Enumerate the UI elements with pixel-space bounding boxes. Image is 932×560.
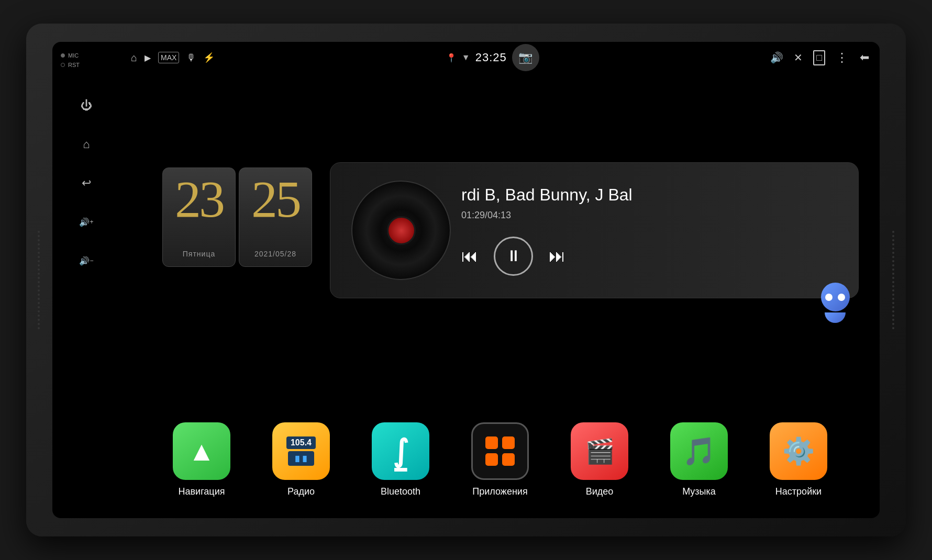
volume-down-button[interactable]: 🔊− xyxy=(75,249,98,272)
status-right-icons: 🔊 ✕ □ ⋮ ⬅ xyxy=(770,50,869,65)
left-panel: MIC RST ⏻ ⌂ ↩ 🔊+ 🔊− xyxy=(52,42,120,518)
bluetooth-icon: ⨜ xyxy=(372,422,429,480)
music-time: 01:29/04:13 xyxy=(461,210,837,221)
volume-icon[interactable]: 🔊 xyxy=(770,51,783,64)
navigation-label: Навигация xyxy=(179,486,225,497)
app-music[interactable]: 🎵 Музыка xyxy=(670,422,728,497)
clock-minute: 25 xyxy=(251,173,299,226)
home-hw-button[interactable]: ⌂ xyxy=(75,133,98,156)
music-info: rdi B, Bad Bunny, J Bal 01:29/04:13 ⏮ ⏸ … xyxy=(461,185,837,276)
clock-hour-block: 23 Пятница xyxy=(162,167,236,267)
app-applications[interactable]: Приложения xyxy=(471,422,529,497)
left-buttons: ⏻ ⌂ ↩ 🔊+ 🔊− xyxy=(75,94,98,272)
vinyl-record xyxy=(351,181,451,280)
window-icon[interactable]: □ xyxy=(813,50,825,65)
home-statusbar-icon: ⌂ xyxy=(131,52,137,64)
status-center: 📍 ▼ 23:25 📷 xyxy=(215,44,770,71)
usb-icon: ⚡ xyxy=(203,52,215,63)
max-icon: MAX xyxy=(158,52,179,63)
app-navigation[interactable]: ▲ Навигация xyxy=(173,422,230,497)
ai-head xyxy=(821,283,850,311)
ai-body xyxy=(825,312,846,323)
status-left-icons: ⌂ ▶ MAX 🎙 ⚡ xyxy=(131,52,215,64)
app-radio[interactable]: 105.4 ▐▌▐▌ Радио xyxy=(272,422,330,497)
navigation-icon: ▲ xyxy=(173,422,230,480)
prev-button[interactable]: ⏮ xyxy=(461,247,478,266)
video-label: Видео xyxy=(586,486,614,497)
music-label: Музыка xyxy=(682,486,716,497)
music-icon: 🎵 xyxy=(670,422,728,480)
clock-date: 2021/05/28 xyxy=(254,250,296,258)
screen: MIC RST ⏻ ⌂ ↩ 🔊+ 🔊− ⌂ ▶ MAX xyxy=(52,42,880,518)
settings-label: Настройки xyxy=(775,486,822,497)
apps-grid-display xyxy=(480,431,520,471)
video-icon: 🎬 xyxy=(571,422,628,480)
clock-day: Пятница xyxy=(183,250,215,258)
speaker-left xyxy=(36,201,42,359)
mic-label: MIC xyxy=(68,52,79,59)
mic-rst-labels: MIC RST xyxy=(52,52,80,68)
music-controls: ⏮ ⏸ ⏭ xyxy=(461,237,837,276)
app-video[interactable]: 🎬 Видео xyxy=(571,422,628,497)
ai-assistant[interactable] xyxy=(817,283,853,319)
radio-label: Радио xyxy=(287,486,315,497)
more-icon[interactable]: ⋮ xyxy=(836,50,849,65)
play-icon: ▶ xyxy=(145,53,151,63)
location-icon: 📍 xyxy=(446,53,457,63)
app-bluetooth[interactable]: ⨜ Bluetooth xyxy=(372,422,429,497)
ai-eye-right xyxy=(838,294,845,301)
app-grid: ▲ Навигация 105.4 ▐▌▐▌ Радио xyxy=(152,422,848,497)
status-bar: ⌂ ▶ MAX 🎙 ⚡ 📍 ▼ 23:25 📷 🔊 ✕ □ ⋮ ⬅ xyxy=(120,42,880,73)
rst-label: RST xyxy=(68,62,80,68)
main-content: 23 Пятница 25 2021/05/28 rdi B, Bad Bunn… xyxy=(120,73,880,518)
clock-widget: 23 Пятница 25 2021/05/28 xyxy=(162,167,312,267)
device-body: MIC RST ⏻ ⌂ ↩ 🔊+ 🔊− ⌂ ▶ MAX xyxy=(26,24,906,536)
power-button[interactable]: ⏻ xyxy=(75,94,98,117)
apps-icon xyxy=(471,422,529,480)
mic-icon: 🎙 xyxy=(186,52,196,63)
clock-minute-block: 25 2021/05/28 xyxy=(239,167,312,267)
camera-button[interactable]: 📷 xyxy=(512,44,539,71)
volume-up-button[interactable]: 🔊+ xyxy=(75,210,98,233)
vinyl-center xyxy=(387,216,416,245)
wifi-icon: ▼ xyxy=(462,53,470,62)
pause-button[interactable]: ⏸ xyxy=(494,237,533,276)
bluetooth-label: Bluetooth xyxy=(381,486,420,497)
status-time: 23:25 xyxy=(475,51,507,64)
music-title: rdi B, Bad Bunny, J Bal xyxy=(461,185,837,205)
next-button[interactable]: ⏭ xyxy=(549,247,565,266)
ai-eye-left xyxy=(825,294,833,301)
back-hw-button[interactable]: ↩ xyxy=(75,172,98,195)
speaker-right xyxy=(890,201,896,359)
radio-icon: 105.4 ▐▌▐▌ xyxy=(272,422,330,480)
ai-eyes xyxy=(825,294,845,301)
screen-off-icon[interactable]: ✕ xyxy=(794,51,803,64)
back-icon[interactable]: ⬅ xyxy=(860,51,869,64)
app-settings[interactable]: ⚙️ Настройки xyxy=(770,422,827,497)
applications-label: Приложения xyxy=(472,486,527,497)
music-player: rdi B, Bad Bunny, J Bal 01:29/04:13 ⏮ ⏸ … xyxy=(330,162,859,298)
clock-hour: 23 xyxy=(175,173,223,226)
settings-icon: ⚙️ xyxy=(770,422,827,480)
